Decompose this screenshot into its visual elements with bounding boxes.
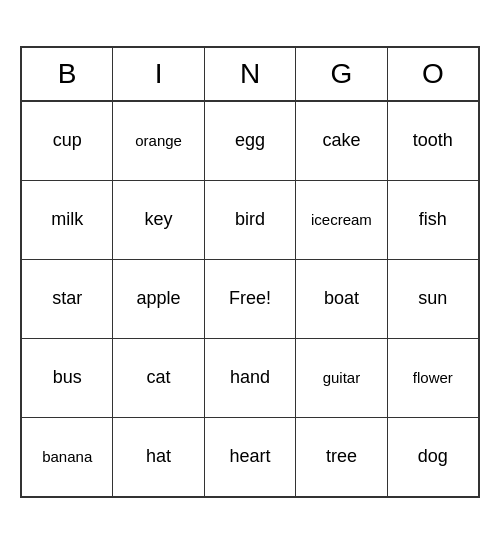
bingo-row: milkkeybirdicecreamfish: [22, 181, 478, 260]
bingo-body: cuporangeeggcaketoothmilkkeybirdicecream…: [22, 102, 478, 496]
bingo-board: BINGO cuporangeeggcaketoothmilkkeybirdic…: [20, 46, 480, 498]
bingo-cell: guitar: [296, 339, 387, 417]
bingo-cell: tree: [296, 418, 387, 496]
bingo-cell: orange: [113, 102, 204, 180]
bingo-cell: banana: [22, 418, 113, 496]
bingo-cell: star: [22, 260, 113, 338]
bingo-cell: boat: [296, 260, 387, 338]
header-letter: O: [388, 48, 478, 102]
bingo-cell: sun: [388, 260, 478, 338]
header-letter: B: [22, 48, 113, 102]
bingo-cell: cup: [22, 102, 113, 180]
bingo-cell: hat: [113, 418, 204, 496]
bingo-cell: bus: [22, 339, 113, 417]
bingo-cell: cake: [296, 102, 387, 180]
bingo-cell: hand: [205, 339, 296, 417]
bingo-cell: dog: [388, 418, 478, 496]
bingo-header: BINGO: [22, 48, 478, 102]
bingo-cell: Free!: [205, 260, 296, 338]
bingo-cell: heart: [205, 418, 296, 496]
bingo-cell: tooth: [388, 102, 478, 180]
header-letter: I: [113, 48, 204, 102]
bingo-cell: bird: [205, 181, 296, 259]
bingo-cell: cat: [113, 339, 204, 417]
bingo-row: cuporangeeggcaketooth: [22, 102, 478, 181]
bingo-cell: apple: [113, 260, 204, 338]
bingo-cell: flower: [388, 339, 478, 417]
bingo-cell: egg: [205, 102, 296, 180]
bingo-cell: milk: [22, 181, 113, 259]
bingo-row: bananahathearttreedog: [22, 418, 478, 496]
bingo-row: buscathandguitarflower: [22, 339, 478, 418]
header-letter: G: [296, 48, 387, 102]
bingo-cell: icecream: [296, 181, 387, 259]
bingo-row: starappleFree!boatsun: [22, 260, 478, 339]
header-letter: N: [205, 48, 296, 102]
bingo-cell: key: [113, 181, 204, 259]
bingo-cell: fish: [388, 181, 478, 259]
